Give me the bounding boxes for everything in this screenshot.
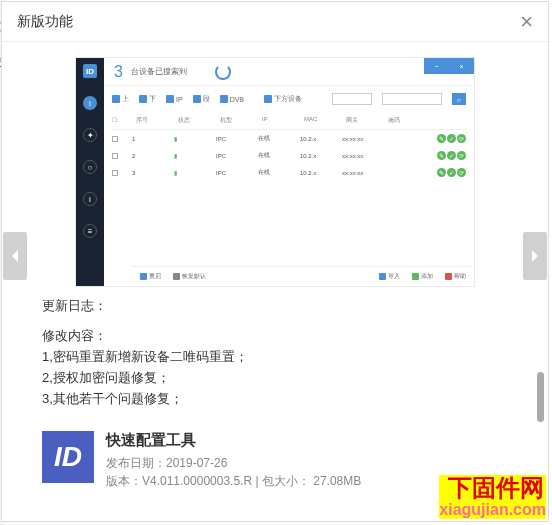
changelog-subtitle: 修改内容：	[42, 327, 508, 345]
preview-nav-icon: ○	[83, 160, 97, 174]
changelog-section: 更新日志： 修改内容： 1,密码重置新增新设备二唯码重置； 2,授权加密问题修复…	[32, 297, 518, 409]
dialog-content: ID i ✦ ○ i ≡ − × 3 台设备已搜索到 上 下	[2, 42, 548, 521]
preview-toolbar: 上 下 IP 段 DVB 下方设备 ⌕	[104, 86, 474, 112]
preview-select	[332, 93, 372, 105]
preview-nav-icon: i	[83, 192, 97, 206]
preview-sidebar: ID i ✦ ○ i ≡	[76, 58, 104, 286]
preview-search	[382, 93, 442, 105]
dialog-title: 新版功能	[17, 13, 73, 31]
prev-slide-button[interactable]	[3, 232, 27, 280]
search-icon: ⌕	[452, 93, 466, 105]
changelog-item: 1,密码重置新增新设备二唯码重置；	[42, 347, 508, 368]
preview-nav-icon: ✦	[83, 128, 97, 142]
chevron-left-icon	[10, 249, 20, 263]
table-row: 3▮IPC在线10.2.xxx:xx:xx✎✓⟳	[112, 164, 466, 181]
preview-nav-icon: i	[83, 96, 97, 110]
preview-main: − × 3 台设备已搜索到 上 下 IP 段 DVB 下方设备	[104, 58, 474, 286]
preview-window-controls: − ×	[424, 58, 474, 74]
changelog-item: 3,其他若干个问题修复；	[42, 389, 508, 410]
app-release-line: 发布日期：2019-07-26	[106, 454, 508, 472]
watermark: 下固件网 xiagujian.com	[439, 475, 546, 519]
feature-screenshot: ID i ✦ ○ i ≡ − × 3 台设备已搜索到 上 下	[75, 57, 475, 287]
next-slide-button[interactable]	[523, 232, 547, 280]
preview-table: ☐ 序号 状态 机型 IP MAC 网关 掩码 1▮IPC在线10.2.xxx:…	[104, 112, 474, 181]
chevron-right-icon	[530, 249, 540, 263]
changelog-dialog: 新版功能 × ID i ✦ ○ i ≡ − ×	[1, 1, 549, 522]
scrollbar-thumb[interactable]	[537, 372, 544, 422]
spinner-icon	[215, 64, 231, 80]
app-name: 快速配置工具	[106, 431, 508, 450]
table-row: 1▮IPC在线10.2.xxx:xx:xx✎✓⟳	[112, 130, 466, 147]
preview-footer: 重启 恢复默认 导入 添加 帮助	[132, 266, 474, 286]
watermark-en: xiagujian.com	[439, 501, 546, 519]
close-button[interactable]: ×	[520, 11, 533, 33]
watermark-cn: 下固件网	[439, 475, 546, 501]
app-logo-icon: ID	[54, 441, 82, 473]
titlebar: 新版功能 ×	[2, 2, 548, 42]
preview-logo-icon: ID	[83, 64, 97, 78]
changelog-title: 更新日志：	[42, 297, 508, 315]
app-icon: ID	[42, 431, 94, 483]
table-row: 2▮IPC在线10.2.xxx:xx:xx✎✓⟳	[112, 147, 466, 164]
changelog-item: 2,授权加密问题修复；	[42, 368, 508, 389]
preview-device-count: 3	[114, 63, 123, 81]
preview-nav-icon: ≡	[83, 224, 97, 238]
preview-header: 3 台设备已搜索到	[104, 58, 474, 86]
